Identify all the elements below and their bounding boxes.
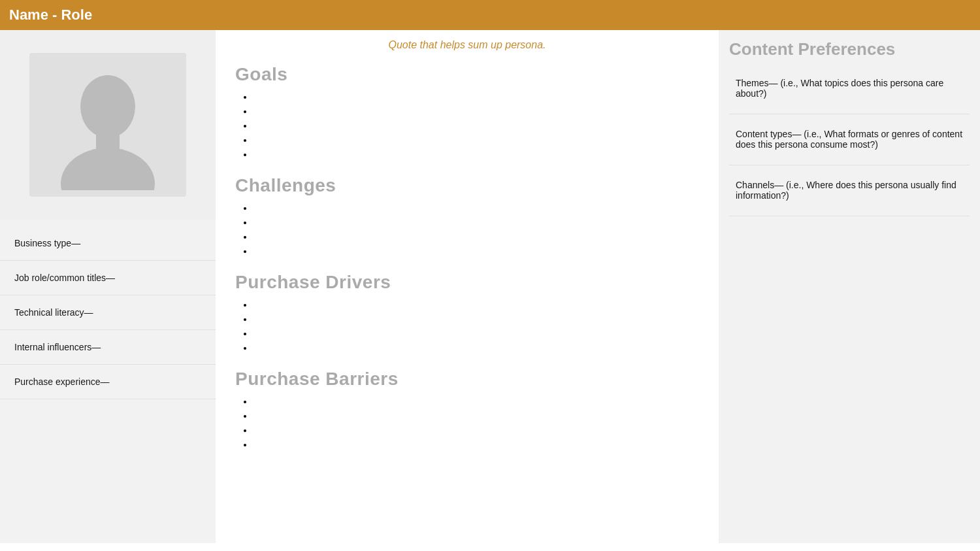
list-item — [253, 342, 699, 353]
purchase-drivers-list — [253, 299, 699, 353]
svg-point-0 — [80, 75, 135, 138]
list-item: Technical literacy— — [0, 295, 216, 330]
list-item — [253, 231, 699, 242]
list-item — [253, 135, 699, 145]
purchase-drivers-section: Purchase Drivers — [235, 272, 699, 353]
list-item — [253, 425, 699, 435]
goals-title: Goals — [235, 64, 699, 85]
avatar-container — [0, 30, 216, 220]
purchase-barriers-title: Purchase Barriers — [235, 369, 699, 390]
persona-quote: Quote that helps sum up persona. — [235, 39, 699, 51]
list-item — [253, 314, 699, 324]
purchase-barriers-list — [253, 396, 699, 450]
purchase-barriers-section: Purchase Barriers — [235, 369, 699, 450]
challenges-list — [253, 203, 699, 256]
left-sidebar: Business type— Job role/common titles— T… — [0, 30, 216, 543]
page-title: Name - Role — [9, 7, 971, 24]
list-item — [253, 203, 699, 213]
list-item — [253, 246, 699, 256]
list-item — [253, 410, 699, 421]
list-item: Purchase experience— — [0, 365, 216, 399]
list-item — [253, 120, 699, 131]
list-item — [253, 328, 699, 339]
list-item — [253, 92, 699, 102]
list-item: Internal influencers— — [0, 330, 216, 365]
list-item: Business type— — [0, 226, 216, 261]
right-sidebar: Content Preferences Themes— (i.e., What … — [719, 30, 980, 543]
goals-section: Goals — [235, 64, 699, 159]
svg-point-1 — [61, 148, 155, 190]
goals-list — [253, 92, 699, 159]
list-item: Job role/common titles— — [0, 261, 216, 295]
avatar-silhouette-icon — [42, 59, 173, 190]
content-preferences-title: Content Preferences — [729, 39, 970, 59]
list-item — [253, 439, 699, 450]
sidebar-info-list: Business type— Job role/common titles— T… — [0, 220, 216, 543]
pref-themes: Themes— (i.e., What topics does this per… — [729, 69, 970, 114]
challenges-title: Challenges — [235, 175, 699, 196]
list-item — [253, 217, 699, 227]
purchase-drivers-title: Purchase Drivers — [235, 272, 699, 293]
page-header: Name - Role — [0, 0, 980, 30]
list-item — [253, 106, 699, 116]
list-item — [253, 396, 699, 407]
pref-content-types: Content types— (i.e., What formats or ge… — [729, 120, 970, 165]
pref-channels: Channels— (i.e., Where does this persona… — [729, 171, 970, 216]
list-item — [253, 299, 699, 310]
list-item — [253, 149, 699, 159]
avatar — [29, 53, 186, 197]
main-layout: Business type— Job role/common titles— T… — [0, 30, 980, 543]
challenges-section: Challenges — [235, 175, 699, 256]
center-column: Quote that helps sum up persona. Goals C… — [216, 30, 719, 543]
svg-rect-2 — [96, 133, 120, 151]
